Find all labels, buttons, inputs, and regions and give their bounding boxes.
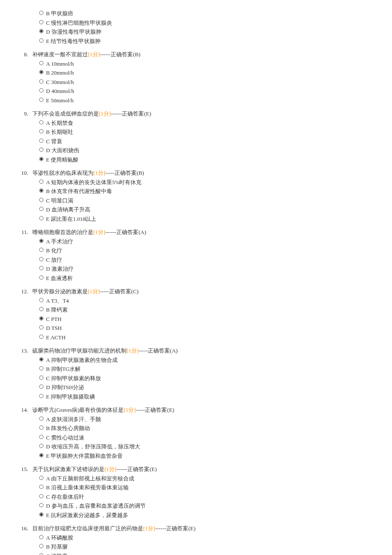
radio-icon[interactable] [39,435,43,439]
radio-icon[interactable] [39,503,43,507]
radio-icon[interactable] [39,88,43,92]
radio-icon[interactable] [39,216,43,220]
option[interactable]: A 皮肤湿润多汗、手颤 [39,415,375,424]
option[interactable]: D 激素治疗 [39,265,375,273]
radio-icon[interactable] [39,325,43,330]
radio-icon[interactable] [39,535,43,539]
option[interactable]: A T3、T4 [39,297,375,305]
option[interactable]: D 40mmol/h [39,87,375,95]
option[interactable]: D 弥漫性毒性甲状腺肿 [39,28,375,36]
radio-icon[interactable] [39,444,43,448]
radio-icon[interactable] [39,139,43,143]
radio-icon[interactable] [39,120,43,124]
option[interactable]: A 10mmol/h [39,60,375,68]
option[interactable]: B 降钙素 [39,306,375,314]
radio-icon[interactable] [39,376,43,380]
radio-icon[interactable] [39,512,43,517]
option[interactable]: B 阵发性心房颤动 [39,424,375,433]
radio-icon[interactable] [39,485,43,489]
option[interactable]: D 大面积烧伤 [39,146,375,155]
option[interactable]: C 存在垂体后叶 [39,493,375,501]
radio-icon[interactable] [39,316,43,321]
option[interactable]: D 参与血压，血容量和血浆渗透压的调节 [39,502,375,510]
radio-icon[interactable] [39,476,43,480]
option[interactable]: E 抗利尿激素分泌越多，尿量越多 [39,511,375,520]
radio-icon[interactable] [39,188,43,193]
radio-icon[interactable] [39,248,43,252]
radio-icon[interactable] [39,298,43,302]
radio-icon[interactable] [39,425,43,430]
option[interactable]: A 抑制甲状腺激素的生物合成 [39,356,375,364]
question-number: 15. [17,465,32,520]
option[interactable]: E 抑制甲状腺摄取碘 [39,393,375,401]
option[interactable]: C 放疗 [39,256,375,264]
radio-icon[interactable] [39,157,43,161]
option[interactable]: B 沿视上垂体束和视旁垂体束运输 [39,483,375,492]
option[interactable]: E 结节性毒性甲状腺肿 [39,37,375,46]
option[interactable]: A 长期禁食 [39,119,375,127]
option[interactable]: B 抑制TG水解 [39,365,375,373]
radio-icon[interactable] [39,307,43,311]
radio-icon[interactable] [39,207,43,211]
option[interactable]: E 50mmol/h [39,96,375,105]
radio-icon[interactable] [39,366,43,370]
radio-icon[interactable] [39,29,43,33]
option[interactable]: C 窦性心动过速 [39,434,375,442]
question-score: [1分] [99,110,111,117]
option[interactable]: C 明显口渴 [39,197,375,205]
radio-icon[interactable] [39,20,43,24]
option[interactable]: C 30mmol/h [39,78,375,87]
option[interactable]: C 溴隐亭 [39,552,375,555]
radio-icon[interactable] [39,98,43,102]
option[interactable]: D 血清钠离子升高 [39,205,375,214]
radio-icon[interactable] [39,38,43,43]
option-label: A 环磷酰胺 [46,534,73,542]
option[interactable]: A 短期内体液的丧失达体重5%时有休克 [39,178,375,187]
option[interactable]: C PTH [39,315,375,324]
option[interactable]: C 抑制甲状腺素的释放 [39,374,375,383]
radio-icon[interactable] [39,147,43,152]
radio-icon[interactable] [39,79,43,84]
option[interactable]: E 使用精氨酸 [39,156,375,164]
radio-icon[interactable] [39,394,43,398]
radio-icon[interactable] [39,335,43,339]
option[interactable]: B 甲状腺癌 [39,9,375,18]
radio-icon[interactable] [39,198,43,202]
radio-icon[interactable] [39,453,43,457]
radio-icon[interactable] [39,239,43,243]
radio-icon[interactable] [39,257,43,261]
radio-icon[interactable] [39,357,43,361]
question-score: [1分] [88,51,100,58]
correct-answer: ------正确答案(E) [116,466,157,472]
radio-icon[interactable] [39,553,43,555]
radio-icon[interactable] [39,70,43,74]
radio-icon[interactable] [39,275,43,280]
option[interactable]: D 收缩压升高，舒张压降低，脉压增大 [39,442,375,451]
option[interactable]: D TSH [39,324,375,332]
option[interactable]: B 休克常伴有代谢性酸中毒 [39,187,375,196]
option[interactable]: D 抑制TSH分泌 [39,383,375,392]
option[interactable]: B 20mmol/h [39,69,375,77]
option[interactable]: E 血液透析 [39,274,375,283]
radio-icon[interactable] [39,11,43,15]
option[interactable]: A 由下丘脑前部视上核和室旁核合成 [39,474,375,483]
option[interactable]: C 肾衰 [39,137,375,146]
option[interactable]: C 慢性淋巴细胞性甲状腺炎 [39,19,375,27]
radio-icon[interactable] [39,61,43,65]
radio-icon[interactable] [39,384,43,389]
option[interactable]: B 羟基脲 [39,543,375,551]
radio-icon[interactable] [39,544,43,548]
radio-icon[interactable] [39,179,43,184]
option-label: A 由下丘脑前部视上核和室旁核合成 [46,474,134,483]
option[interactable]: A 环磷酰胺 [39,534,375,542]
option[interactable]: E 尿比重在1.018以上 [39,215,375,223]
radio-icon[interactable] [39,129,43,133]
option[interactable]: E ACTH [39,333,375,342]
radio-icon[interactable] [39,494,43,498]
option[interactable]: A 手术治疗 [39,237,375,246]
radio-icon[interactable] [39,416,43,421]
option[interactable]: E 甲状腺肿大伴震颤和血管杂音 [39,452,375,460]
radio-icon[interactable] [39,266,43,270]
option[interactable]: B 长期呕吐 [39,128,375,136]
option[interactable]: B 化疗 [39,246,375,255]
